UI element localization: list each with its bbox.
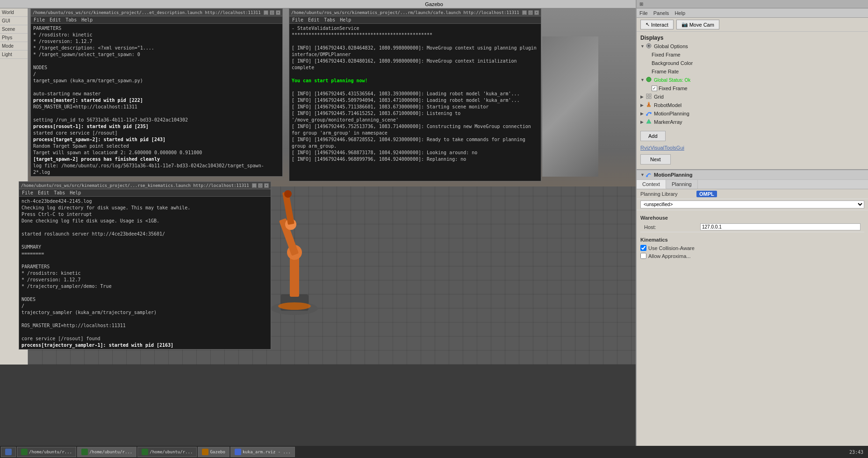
terminal-1-menu-help[interactable]: Help xyxy=(81,17,93,22)
allow-approximate-row: Allow Approxima... xyxy=(640,252,864,260)
taskbar-rviz[interactable]: kuka_arm.rviz - ... xyxy=(230,447,295,457)
terminal-1-menu-edit[interactable]: Edit xyxy=(50,17,61,22)
terminal-2-titlebar: /home/ubuntu/ros_ws/src/kinematics_proje… xyxy=(289,9,541,16)
next-button[interactable]: Next xyxy=(640,154,671,165)
sidebar-item-scene[interactable]: Scene xyxy=(0,25,28,34)
sidebar-item-light[interactable]: Light xyxy=(0,50,28,59)
move-cam-button[interactable]: 📷 Move Cam xyxy=(676,20,719,29)
tree-global-options[interactable]: Global Options xyxy=(637,42,868,50)
terminal-3-taskbar-icon xyxy=(142,449,148,455)
sidebar-item-gui[interactable]: GUI xyxy=(0,17,28,25)
terminal-2-menu-help[interactable]: Help xyxy=(340,17,351,22)
use-collision-aware-checkbox[interactable] xyxy=(640,245,646,251)
taskbar-terminal-1-label: /home/ubuntu/r... xyxy=(29,450,72,454)
planning-pipeline-select[interactable]: <unspecified> xyxy=(640,200,864,208)
tree-frame-rate[interactable]: Frame Rate xyxy=(637,67,868,76)
svg-point-11 xyxy=(646,77,651,82)
taskbar-gazebo-label: Gazebo xyxy=(210,450,225,454)
use-collision-aware-row: Use Collision-Aware xyxy=(640,244,864,252)
taskbar-gazebo[interactable]: Gazebo xyxy=(198,447,230,457)
terminal-3-menu-help[interactable]: Help xyxy=(70,190,81,195)
global-status-label: Global Status: Ok xyxy=(654,78,690,83)
terminal-1-menu-file[interactable]: File xyxy=(34,17,45,22)
global-options-expand-icon xyxy=(640,44,646,49)
motion-planning-section-display-icon xyxy=(646,172,653,178)
tree-fixed-frame-2[interactable]: Fixed Frame xyxy=(637,84,868,93)
tree-motion-planning[interactable]: MotionPlanning xyxy=(637,109,868,118)
terminal-2-minimize[interactable]: _ xyxy=(522,10,527,15)
terminal-2-maximize[interactable]: □ xyxy=(528,10,533,15)
displays-header: Displays xyxy=(637,34,868,42)
grid-label: Grid xyxy=(654,94,664,100)
robot-model-label: RobotModel xyxy=(654,102,681,108)
global-options-icon xyxy=(646,43,653,50)
tab-planning[interactable]: Planning xyxy=(666,180,698,189)
terminal-2-menu-tabs[interactable]: Tabs xyxy=(324,17,335,22)
taskbar-terminal-3[interactable]: /home/ubuntu/r... xyxy=(137,447,197,457)
terminal-3-menu-file[interactable]: File xyxy=(22,190,33,195)
right-panel: ⊞ File Panels Help ↖ Interact 📷 Move Cam… xyxy=(636,0,868,458)
svg-rect-14 xyxy=(646,97,648,99)
terminal-1-minimize[interactable]: _ xyxy=(264,10,268,15)
motion-planning-panel: MotionPlanning Context Planning Planning… xyxy=(637,169,868,262)
terminal-1-menu-tabs[interactable]: Tabs xyxy=(65,17,77,22)
robot-model-icon xyxy=(646,102,653,108)
taskbar-terminal-2[interactable]: /home/ubuntu/r... xyxy=(77,447,136,457)
planning-library-label: Planning Library xyxy=(640,191,696,197)
terminal-3-menu-edit[interactable]: Edit xyxy=(38,190,49,195)
global-status-expand-icon xyxy=(640,78,646,82)
terminal-2-controls: _ □ × xyxy=(522,10,539,15)
sidebar-item-phys[interactable]: Phys xyxy=(0,34,28,42)
move-cam-label: Move Cam xyxy=(689,22,714,28)
svg-point-19 xyxy=(646,114,648,116)
svg-point-22 xyxy=(646,175,648,177)
rviz-visual-tools-link[interactable]: RvizVisualToolsGui xyxy=(637,144,868,151)
taskbar-terminal-1[interactable]: /home/ubuntu/r... xyxy=(17,447,76,457)
tree-marker-array[interactable]: MarkerArray xyxy=(637,118,868,126)
motion-planning-header[interactable]: MotionPlanning xyxy=(637,170,868,180)
fixed-frame-2-checkbox[interactable] xyxy=(652,86,657,91)
sidebar-item-mode[interactable]: Mode xyxy=(0,42,28,50)
tree-background-color[interactable]: Background Color xyxy=(637,59,868,67)
terminal-window-2[interactable]: /home/ubuntu/ros_ws/src/kinematics_proje… xyxy=(289,8,541,181)
terminal-1-close[interactable]: × xyxy=(276,10,280,15)
right-menu-file[interactable]: File xyxy=(639,10,648,16)
fixed-frame-2-label: Fixed Frame xyxy=(659,86,688,91)
terminal-1-content: PARAMETERS * /rosdistro: kinetic * /rosv… xyxy=(31,24,282,177)
terminal-2-content: - StateValidationService ***************… xyxy=(289,24,541,164)
terminal-2-close[interactable]: × xyxy=(534,10,539,15)
marker-array-expand-icon xyxy=(640,120,646,124)
sidebar-item-world[interactable]: World xyxy=(0,8,28,17)
host-input[interactable] xyxy=(700,223,861,230)
global-options-label: Global Options xyxy=(654,43,688,49)
terminal-3-close[interactable]: × xyxy=(264,183,269,188)
interact-button[interactable]: ↖ Interact xyxy=(640,20,674,29)
add-button[interactable]: Add xyxy=(640,131,666,141)
ompl-badge: OMPL xyxy=(696,191,717,197)
terminal-window-1[interactable]: /home/ubuntu/ros_ws/src/kinematics_proje… xyxy=(30,8,283,177)
tree-robot-model[interactable]: RobotModel xyxy=(637,101,868,109)
right-menu-panels[interactable]: Panels xyxy=(653,10,669,16)
terminal-1-maximize[interactable]: □ xyxy=(270,10,274,15)
svg-point-18 xyxy=(648,102,650,104)
terminal-2-menu-edit[interactable]: Edit xyxy=(308,17,319,22)
host-label: Host: xyxy=(644,224,700,230)
allow-approximate-checkbox[interactable] xyxy=(640,253,646,259)
terminal-2-menu-file[interactable]: File xyxy=(292,17,303,22)
tree-global-status[interactable]: Global Status: Ok xyxy=(637,76,868,84)
tab-context[interactable]: Context xyxy=(637,180,666,189)
terminal-1-taskbar-icon xyxy=(21,449,28,455)
camera-icon: 📷 xyxy=(681,21,688,28)
terminal-3-maximize[interactable]: □ xyxy=(258,183,263,188)
tree-grid[interactable]: Grid xyxy=(637,93,868,101)
taskbar-system[interactable] xyxy=(1,447,16,457)
svg-point-8 xyxy=(278,302,311,310)
right-menu-help[interactable]: Help xyxy=(674,10,685,16)
taskbar-rviz-label: kuka_arm.rviz - ... xyxy=(243,450,291,454)
terminal-window-3[interactable]: /home/ubuntu/ros_ws/src/kinematics_proje… xyxy=(19,181,271,350)
terminal-3-minimize[interactable]: _ xyxy=(252,183,257,188)
terminal-3-menu-tabs[interactable]: Tabs xyxy=(54,190,65,195)
tree-fixed-frame-1[interactable]: Fixed Frame xyxy=(637,50,868,59)
warehouse-header: Warehouse xyxy=(640,215,864,221)
grid-expand-icon xyxy=(640,94,646,99)
